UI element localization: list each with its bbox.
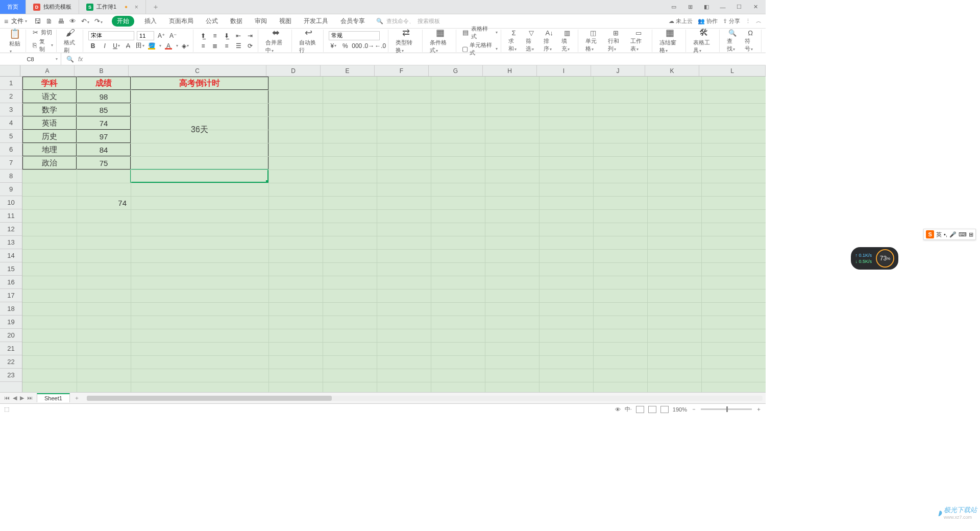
percent-icon[interactable]: % bbox=[340, 41, 350, 51]
find-button[interactable]: 🔍查找▾ bbox=[725, 29, 740, 53]
font-color-button[interactable]: A bbox=[164, 41, 173, 51]
italic-button[interactable]: I bbox=[100, 41, 109, 51]
indent-increase-icon[interactable]: ⇥ bbox=[246, 31, 255, 40]
select-all-corner[interactable] bbox=[0, 65, 20, 76]
fill-color-button[interactable]: 🪣 bbox=[147, 41, 156, 51]
tab-template[interactable]: D 找稻壳模板 bbox=[26, 0, 79, 14]
zoom-out-icon[interactable]: － bbox=[691, 405, 697, 413]
cell-a1[interactable]: 学科 bbox=[22, 77, 77, 90]
align-bottom-icon[interactable]: ⬇̲ bbox=[222, 31, 231, 40]
bold-button[interactable]: B bbox=[88, 41, 97, 51]
cell-a6[interactable]: 地理 bbox=[22, 143, 77, 156]
col-header-c[interactable]: C bbox=[129, 65, 266, 76]
rowcol-button[interactable]: ⊞行和列▾ bbox=[606, 29, 626, 53]
col-header-h[interactable]: H bbox=[483, 65, 537, 76]
name-box[interactable]: C8▾ bbox=[0, 53, 61, 65]
underline-button[interactable]: U▾ bbox=[112, 41, 121, 51]
hamburger-icon[interactable]: ≡ bbox=[4, 17, 8, 26]
decrease-font-icon[interactable]: A⁻ bbox=[168, 31, 178, 40]
sheet-prev-icon[interactable]: ◀ bbox=[13, 395, 17, 401]
font-size-select[interactable] bbox=[137, 31, 154, 40]
tab-insert[interactable]: 插入 bbox=[142, 16, 159, 27]
format-painter-button[interactable]: 🖌格式刷 bbox=[62, 27, 80, 54]
more-icon[interactable]: ⋮ bbox=[745, 18, 751, 25]
row-header-16[interactable]: 16 bbox=[0, 276, 22, 289]
close-icon[interactable]: × bbox=[135, 4, 138, 11]
print-preview-icon[interactable]: 👁 bbox=[69, 17, 76, 25]
currency-icon[interactable]: ¥▾ bbox=[329, 41, 338, 51]
row-header-3[interactable]: 3 bbox=[0, 103, 22, 116]
row-header-4[interactable]: 4 bbox=[0, 116, 22, 130]
cut-button[interactable]: ✂剪切 bbox=[31, 29, 53, 37]
cloud-status[interactable]: ☁未上云 bbox=[669, 17, 693, 25]
col-header-j[interactable]: J bbox=[591, 65, 645, 76]
undo-icon[interactable]: ↶▾ bbox=[81, 17, 89, 25]
layout-icon[interactable]: ▭ bbox=[668, 2, 680, 12]
wrap-text-button[interactable]: ↩自动换行 bbox=[297, 27, 320, 54]
cell-b1[interactable]: 成绩 bbox=[77, 77, 131, 90]
zoom-value[interactable]: 190% bbox=[673, 406, 687, 413]
zoom-slider[interactable] bbox=[701, 408, 752, 410]
tab-formula[interactable]: 公式 bbox=[204, 16, 220, 27]
col-header-l[interactable]: L bbox=[699, 65, 766, 76]
tab-dev[interactable]: 开发工具 bbox=[302, 16, 330, 27]
collab-button[interactable]: 👥协作 bbox=[698, 17, 718, 25]
cell-b5[interactable]: 97 bbox=[77, 130, 131, 143]
view-page-icon[interactable] bbox=[648, 406, 656, 413]
zoom-in-icon[interactable]: ＋ bbox=[756, 405, 762, 413]
sheet-tab[interactable]: Sheet1 bbox=[37, 393, 70, 402]
sheet-next-icon[interactable]: ▶ bbox=[20, 395, 24, 401]
row-header-1[interactable]: 1 bbox=[0, 77, 22, 90]
table-tools-button[interactable]: 🛠表格工具▾ bbox=[691, 27, 716, 54]
cell-a7[interactable]: 政治 bbox=[22, 156, 77, 170]
sum-button[interactable]: Σ求和▾ bbox=[506, 29, 522, 53]
skin-icon[interactable]: ◧ bbox=[700, 2, 713, 12]
tab-start[interactable]: 开始 bbox=[112, 16, 134, 27]
row-header-22[interactable]: 22 bbox=[0, 355, 22, 369]
row-header-11[interactable]: 11 bbox=[0, 209, 22, 223]
worksheet-button[interactable]: ▭工作表▾ bbox=[628, 29, 648, 53]
copy-button[interactable]: ⎘复制▾ bbox=[31, 38, 53, 53]
sort-button[interactable]: A↓排序▾ bbox=[542, 29, 557, 53]
cond-format-button[interactable]: ▦条件格式▾ bbox=[428, 27, 453, 54]
type-convert-button[interactable]: ⇄类型转换▾ bbox=[394, 27, 419, 54]
tab-add[interactable]: ＋ bbox=[146, 0, 165, 14]
number-format-select[interactable] bbox=[329, 31, 380, 40]
comma-icon[interactable]: 000 bbox=[352, 41, 361, 51]
border-button[interactable]: 田▾ bbox=[135, 41, 144, 51]
phonetic-button[interactable]: ◈▾ bbox=[181, 41, 190, 51]
sheet-add-button[interactable]: ＋ bbox=[70, 394, 84, 402]
table-style-button[interactable]: ▤表格样式▾ bbox=[461, 25, 498, 40]
row-header-8[interactable]: 8 bbox=[0, 170, 22, 183]
view-normal-icon[interactable] bbox=[636, 406, 644, 413]
row-header-6[interactable]: 6 bbox=[0, 143, 22, 156]
align-right-icon[interactable]: ≡ bbox=[222, 41, 231, 51]
row-header-10[interactable]: 10 bbox=[0, 196, 22, 209]
row-header-14[interactable]: 14 bbox=[0, 249, 22, 262]
cell-b2[interactable]: 98 bbox=[77, 90, 131, 103]
maximize-button[interactable]: ☐ bbox=[733, 2, 745, 12]
tab-layout[interactable]: 页面布局 bbox=[167, 16, 195, 27]
freeze-button[interactable]: ▦冻结窗格▾ bbox=[657, 27, 682, 54]
symbol-button[interactable]: Ω符号▾ bbox=[743, 29, 758, 53]
tab-home[interactable]: 首页 bbox=[0, 0, 26, 14]
eye-icon[interactable]: 👁 bbox=[615, 406, 621, 413]
strike-button[interactable]: A bbox=[124, 41, 133, 51]
minimize-button[interactable]: — bbox=[717, 2, 729, 12]
row-header-21[interactable]: 21 bbox=[0, 342, 22, 355]
row-header-20[interactable]: 20 bbox=[0, 329, 22, 342]
row-header-17[interactable]: 17 bbox=[0, 289, 22, 302]
align-left-icon[interactable]: ≡ bbox=[199, 41, 208, 51]
orientation-icon[interactable]: ⟳ bbox=[246, 41, 255, 51]
lang-icon[interactable]: 中· bbox=[625, 405, 632, 413]
redo-icon[interactable]: ↷▾ bbox=[94, 17, 103, 25]
cell-style-button[interactable]: ▢单元格样式▾ bbox=[461, 41, 498, 57]
sheet-first-icon[interactable]: ⏮ bbox=[4, 395, 10, 401]
cell-a2[interactable]: 语文 bbox=[22, 90, 77, 103]
cell-a5[interactable]: 历史 bbox=[22, 130, 77, 143]
save-as-icon[interactable]: 🗎 bbox=[46, 17, 53, 25]
indent-decrease-icon[interactable]: ⇤ bbox=[234, 31, 243, 40]
hscroll[interactable] bbox=[87, 396, 763, 401]
apps-icon[interactable]: ⊞ bbox=[684, 2, 696, 12]
col-header-e[interactable]: E bbox=[321, 65, 375, 76]
